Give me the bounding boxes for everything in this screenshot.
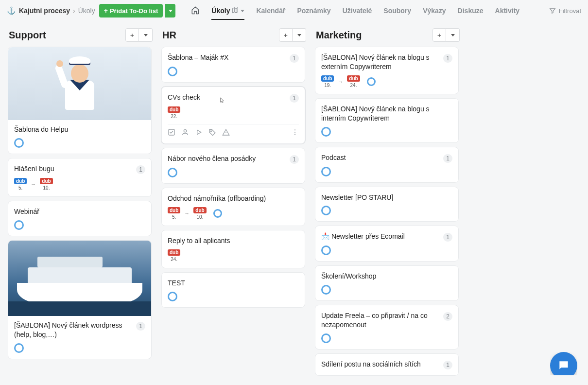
task-card[interactable]: [ŠABLONA] Nový článek na blogu s interní…	[315, 98, 459, 143]
card-menu-icon[interactable]	[291, 128, 299, 138]
status-ring-icon	[321, 127, 331, 137]
card-title: 📩 Newsletter přes Ecomail	[321, 232, 439, 241]
date-chip: dub 10.	[193, 207, 206, 220]
breadcrumb-project[interactable]: Kajutní procesy	[19, 7, 70, 15]
card-count-badge: 1	[290, 94, 299, 103]
card-title: Odchod námořníka (offboarding)	[168, 194, 299, 203]
card-count-badge: 1	[443, 233, 452, 242]
column-body: [ŠABLONA] Nový článek na blogu s externí…	[315, 47, 461, 376]
svg-point-3	[294, 129, 295, 130]
board-column: Support + Šablona do HelpuHlášení bugu1 …	[8, 25, 154, 377]
task-card[interactable]: Podcast1	[315, 147, 459, 183]
column-header: Marketing +	[315, 25, 461, 47]
card-title: [ŠABLONA] Nový článek na blogu s interní…	[321, 105, 452, 123]
nav-tab-calendar[interactable]: Kalendář	[256, 7, 285, 19]
column-menu-button[interactable]	[139, 28, 153, 42]
card-title: Sdílení postu na sociálních sítích	[321, 360, 439, 369]
task-card[interactable]: 📩 Newsletter přes Ecomail1	[315, 226, 459, 262]
column-title: Support	[9, 30, 46, 41]
status-ring-icon	[321, 333, 331, 343]
arrow-right-icon: →	[31, 181, 36, 187]
chat-fab[interactable]	[550, 352, 577, 379]
chevron-down-icon	[241, 10, 244, 12]
card-title: Školení/Workshop	[321, 272, 452, 281]
status-ring-icon	[213, 209, 222, 218]
task-card[interactable]: Hlášení bugu1 dub 5. → dub 10.	[8, 158, 152, 197]
card-date-range: dub 5. → dub 10.	[14, 178, 145, 191]
task-card[interactable]: Sdílení postu na sociálních sítích1	[315, 353, 459, 376]
status-ring-icon	[321, 245, 331, 255]
task-card[interactable]: Reply to all aplicants dub 24.	[161, 230, 305, 268]
card-count-badge: 1	[443, 361, 452, 369]
card-title: [ŠABLONA] Nový článek wordpress (help, b…	[14, 321, 132, 339]
column-body: Šablona – Maják #X1CVs check1 dub 22.	[161, 47, 307, 308]
date-day: 19.	[324, 83, 331, 88]
card-title: CVs check	[168, 93, 286, 102]
chevron-right-icon: ›	[73, 7, 75, 15]
add-todo-list-button[interactable]: + Přidat To-Do list	[99, 4, 163, 18]
task-card[interactable]: Nábor nového člena posádky1	[161, 148, 305, 184]
chat-icon	[557, 359, 570, 372]
card-toolbar	[168, 124, 299, 138]
task-card[interactable]: [ŠABLONA] Nový článek wordpress (help, b…	[8, 240, 152, 359]
status-ring-icon	[168, 292, 177, 301]
breadcrumb[interactable]: ⚓ Kajutní procesy › Úkoly	[7, 6, 95, 15]
status-ring-icon	[367, 77, 376, 86]
task-card[interactable]: Šablona do Helpu	[8, 47, 152, 154]
task-card[interactable]: Newsletter [PO STARU]	[315, 187, 459, 222]
warning-icon[interactable]	[222, 128, 230, 138]
column-add-button[interactable]: +	[125, 28, 139, 42]
home-icon[interactable]	[191, 6, 200, 16]
person-icon[interactable]	[181, 128, 189, 138]
status-ring-icon	[321, 285, 331, 295]
sailor-illustration	[55, 54, 104, 113]
add-todo-list-dropdown[interactable]	[165, 4, 175, 18]
add-todo-list-label: Přidat To-Do list	[110, 7, 158, 15]
nav-tab-activities[interactable]: Aktivity	[495, 7, 520, 19]
card-date: dub 24.	[168, 249, 180, 262]
date-chip: dub 10.	[40, 178, 52, 191]
nav-tab-reports[interactable]: Výkazy	[423, 7, 446, 19]
status-ring-icon	[14, 343, 24, 353]
status-ring-icon	[14, 138, 24, 148]
task-card[interactable]: Školení/Workshop	[315, 265, 459, 301]
task-card[interactable]: Update Freela – co připravit / na co nez…	[315, 305, 459, 350]
task-card[interactable]: Odchod námořníka (offboarding) dub 5. → …	[161, 188, 305, 226]
date-month: dub	[14, 178, 27, 184]
anchor-icon: ⚓	[7, 6, 16, 15]
nav-tab-discussion[interactable]: Diskuze	[458, 7, 484, 19]
main-nav: Úkoly Kalendář Poznámky Uživatelé Soubor…	[191, 2, 519, 20]
board-column: Marketing + [ŠABLONA] Nový článek na blo…	[315, 25, 461, 377]
breadcrumb-section[interactable]: Úkoly	[78, 7, 95, 15]
card-title: Šablona – Maják #X	[168, 53, 286, 62]
card-title: Newsletter [PO STARU]	[321, 193, 452, 202]
card-title: Webinář	[14, 207, 145, 216]
card-image	[8, 241, 151, 316]
checkbox-icon[interactable]	[168, 128, 175, 138]
card-count-badge: 1	[443, 154, 452, 163]
column-title: Marketing	[316, 30, 362, 41]
svg-point-5	[294, 134, 295, 135]
task-card[interactable]: CVs check1 dub 22.	[161, 87, 305, 144]
column-menu-button[interactable]	[446, 28, 460, 42]
nav-tab-users[interactable]: Uživatelé	[343, 7, 372, 19]
column-add-button[interactable]: +	[279, 28, 293, 42]
date-day: 10.	[43, 185, 50, 191]
column-add-button[interactable]: +	[432, 28, 446, 42]
date-month: dub	[40, 178, 52, 184]
play-icon[interactable]	[195, 128, 203, 138]
date-day: 5.	[18, 185, 22, 191]
task-card[interactable]: TEST	[161, 272, 305, 308]
date-chip: dub 22.	[168, 106, 180, 119]
nav-tab-files[interactable]: Soubory	[383, 7, 411, 19]
nav-tab-tasks[interactable]: Úkoly	[211, 7, 244, 20]
date-chip: dub 19.	[321, 75, 334, 88]
tag-icon[interactable]	[208, 128, 216, 138]
column-menu-button[interactable]	[293, 28, 306, 42]
task-card[interactable]: Webinář	[8, 201, 152, 236]
nav-tab-notes[interactable]: Poznámky	[297, 7, 330, 19]
status-ring-icon	[14, 220, 24, 230]
filter-button[interactable]: Filtrovat	[549, 7, 581, 15]
task-card[interactable]: [ŠABLONA] Nový článek na blogu s externí…	[315, 47, 459, 94]
task-card[interactable]: Šablona – Maják #X1	[161, 47, 305, 83]
